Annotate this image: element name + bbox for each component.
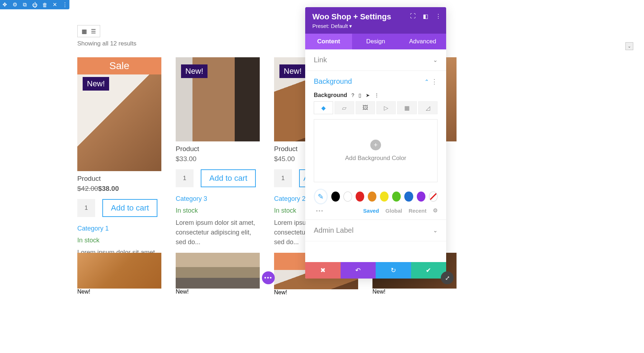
expand-fab[interactable]: ⤢ [441,271,454,284]
plus-icon: + [370,140,381,150]
gear-icon[interactable]: ⚙ [11,1,18,8]
more-icon[interactable]: ⋮ [374,92,379,98]
sale-badge: Sale [77,57,161,74]
power-icon[interactable]: ⏻ [31,2,38,8]
swatch-none[interactable] [429,192,438,202]
product-category[interactable]: Category 3 [176,195,260,203]
section-toggle[interactable]: Admin Label ⌄ [305,220,446,241]
help-icon[interactable]: ? [351,92,354,98]
stock-status: In stock [176,207,260,214]
swatch-red[interactable] [356,192,364,202]
product-title: Product [77,175,161,183]
close-icon[interactable]: ✕ [52,1,58,8]
chevron-down-icon: ⌄ [433,57,438,63]
tab-content[interactable]: Content [305,34,352,49]
panel-header[interactable]: Woo Shop + Settings Preset: Default ▾ ⛶ … [305,7,446,34]
swatch-green[interactable] [392,192,401,202]
swatch-orange[interactable] [368,192,376,202]
section-admin-label: Admin Label ⌄ [305,220,446,241]
discard-button[interactable]: ✖ [305,262,341,279]
bg-tab-image[interactable]: 🖼 [356,101,375,114]
module-options-fab[interactable]: ••• [262,271,275,284]
swatch-white[interactable] [343,192,352,202]
chevron-up-icon: ⌃ [424,79,429,85]
hover-icon[interactable]: ➤ [366,92,370,98]
section-background: Background ⌃⋮ Background ? ▯ ➤ ⋮ ◆ ▱ 🖼 ▷… [305,71,446,220]
tab-design[interactable]: Design [352,34,399,49]
bg-tab-color[interactable]: ◆ [314,101,333,114]
new-badge: New! [279,64,306,78]
sort-dropdown-icon[interactable]: ⌄ [625,42,633,50]
new-badge: New! [77,289,161,295]
product-price: $42.00$38.00 [77,185,161,193]
color-palette: ✎ [305,189,446,207]
bg-tab-mask[interactable]: ◿ [418,101,438,114]
product-image[interactable] [176,253,260,289]
duplicate-icon[interactable]: ⧉ [21,1,28,8]
palette-tab-recent[interactable]: Recent [409,208,426,214]
section-toggle[interactable]: Background ⌃⋮ [305,71,446,92]
quantity-input[interactable] [176,169,194,187]
swatch-yellow[interactable] [380,192,389,202]
bg-tab-pattern[interactable]: ▦ [397,101,416,114]
palette-more-icon[interactable]: ••• [316,208,324,214]
swatch-black[interactable] [331,192,340,202]
view-toggle: ▦ ☰ [77,25,100,37]
expand-icon[interactable]: ⛶ [410,13,416,20]
product-price: $33.00 [176,155,260,163]
trash-icon[interactable]: 🗑 [42,2,48,8]
panel-tabs: Content Design Advanced [305,34,446,49]
list-view-icon[interactable]: ☰ [90,28,97,35]
swatch-purple[interactable] [417,192,425,202]
chevron-down-icon: ⌄ [433,227,438,234]
product-title: Product [176,145,260,153]
more-icon[interactable]: ⋮ [435,13,441,20]
add-to-cart-button[interactable]: Add to cart [102,199,157,217]
add-background-color[interactable]: + Add Background Color [314,119,438,182]
responsive-icon[interactable]: ▯ [358,92,361,98]
section-more-icon[interactable]: ⋮ [431,78,438,85]
settings-panel: Woo Shop + Settings Preset: Default ▾ ⛶ … [305,7,446,279]
product-card[interactable]: New! [176,253,260,296]
tab-advanced[interactable]: Advanced [399,34,446,49]
new-badge: New! [83,77,109,91]
panel-footer: ✖ ↶ ↻ ✔ [305,262,446,279]
new-badge: New! [274,289,358,296]
add-to-cart-button[interactable]: Add to cart [201,169,256,187]
redo-button[interactable]: ↻ [376,262,411,279]
quantity-input[interactable] [274,169,292,187]
palette-tab-saved[interactable]: Saved [363,208,379,214]
undo-button[interactable]: ↶ [341,262,376,279]
new-badge: New! [372,289,457,295]
grid-view-icon[interactable]: ▦ [80,28,88,35]
stock-status: In stock [77,237,161,244]
move-icon[interactable]: ✥ [1,1,8,8]
swatch-blue[interactable] [404,192,413,202]
palette-tab-global[interactable]: Global [385,208,402,214]
bg-tab-gradient[interactable]: ▱ [335,101,354,114]
product-card[interactable]: Sale New! Product $42.00$38.00 Add to ca… [77,57,161,277]
eyedropper-icon[interactable]: ✎ [314,189,328,204]
product-card[interactable]: New! Product $33.00 Add to cart Category… [176,57,260,277]
section-toggle[interactable]: Link ⌄ [305,49,446,71]
product-description: Lorem ipsum dolor sit amet, consectetur … [176,218,260,247]
section-link: Link ⌄ [305,49,446,71]
new-badge: New! [181,64,208,78]
product-image[interactable] [77,253,161,289]
product-category[interactable]: Category 1 [77,225,161,232]
element-toolbar: ✥ ⚙ ⧉ ⏻ 🗑 ✕ ⋮ [0,0,69,9]
product-card[interactable]: New! [77,253,161,296]
preset-selector[interactable]: Preset: Default ▾ [312,23,439,29]
panel-body: Link ⌄ Background ⌃⋮ Background ? ▯ ➤ ⋮ … [305,49,446,262]
more-icon[interactable]: ⋮ [62,1,68,8]
quantity-input[interactable] [77,199,95,217]
snap-icon[interactable]: ◧ [423,13,428,20]
background-label: Background [314,92,347,98]
palette-settings-icon[interactable]: ⚙ [433,207,438,214]
new-badge: New! [176,289,260,295]
bg-tab-video[interactable]: ▷ [376,101,396,114]
